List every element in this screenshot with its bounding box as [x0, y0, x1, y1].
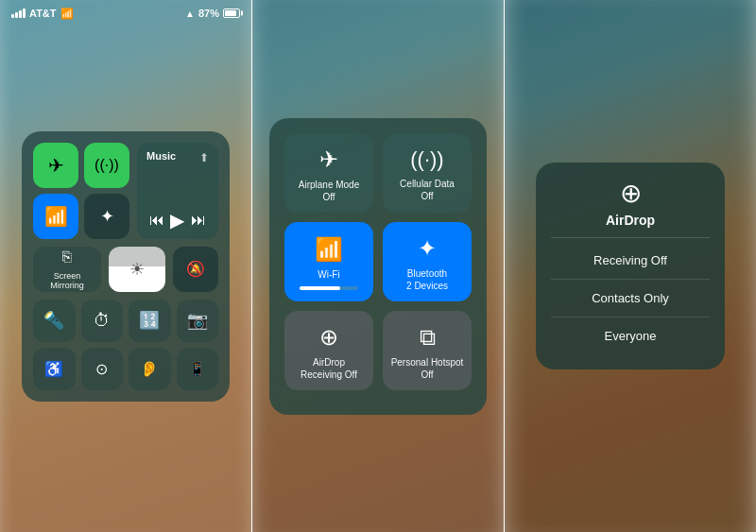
airdrop-menu-title: AirDrop	[606, 213, 655, 228]
prev-track-icon[interactable]: ⏮	[149, 212, 164, 229]
expanded-control-center: ✈ Airplane Mode Off ((·)) Cellular Data …	[269, 118, 487, 415]
wifi-icon-btn: 📶	[44, 205, 68, 228]
signal-bar-2	[15, 12, 18, 18]
next-track-icon[interactable]: ⏭	[191, 212, 206, 229]
hotspot-toggle-label: Personal Hotspot Off	[391, 356, 464, 381]
divider-1	[251, 0, 252, 532]
calculator-button[interactable]: 🔢	[129, 300, 171, 342]
airdrop-receiving-off-label: Receiving Off	[593, 253, 667, 267]
wifi-bar-fill	[300, 286, 341, 290]
cellular-button[interactable]: ((·))	[84, 143, 129, 188]
control-center-card: ✈ ((·)) 📶 ✦ Music ⬆ ⏮ ▶	[22, 131, 230, 402]
airdrop-option-receiving-off[interactable]: Receiving Off	[551, 242, 710, 280]
airdrop-contacts-only-label: Contacts Only	[592, 291, 669, 305]
signal-bar-1	[11, 14, 14, 18]
cc2-row2: 📶 Wi-Fi ✦ Bluetooth 2 Devices	[284, 222, 472, 301]
airdrop-everyone-label: Everyone	[605, 329, 657, 343]
wifi-button[interactable]: 📶	[33, 194, 78, 239]
dnd-icon: ⊙	[95, 360, 108, 378]
airdrop-icon-p2: ⊕	[319, 324, 338, 351]
timer-button[interactable]: ⏱	[81, 300, 124, 342]
cellular-icon: ((·))	[94, 157, 119, 174]
screen-mirror-icon: ⎘	[62, 249, 72, 266]
bluetooth-toggle[interactable]: ✦ Bluetooth 2 Devices	[383, 222, 472, 301]
airdrop-toggle-label: AirDrop Receiving Off	[301, 356, 357, 381]
screen-mirror-label: ScreenMirroring	[50, 271, 84, 290]
location-icon: ▲	[185, 9, 195, 19]
bluetooth-toggle-label: Bluetooth 2 Devices	[406, 267, 448, 292]
mute-icon: 🔕	[186, 260, 205, 278]
accessibility-icon: ♿	[44, 360, 63, 378]
wifi-toggle-label: Wi-Fi	[318, 268, 339, 281]
airplay-icon: ⬆	[199, 151, 209, 164]
calculator-icon: 🔢	[139, 310, 160, 331]
timer-icon: ⏱	[94, 311, 111, 331]
music-controls: ⏮ ▶ ⏭	[146, 209, 209, 232]
flashlight-icon: 🔦	[43, 310, 64, 331]
camera-button[interactable]: 📷	[177, 300, 219, 342]
airdrop-toggle[interactable]: ⊕ AirDrop Receiving Off	[284, 311, 373, 390]
hotspot-icon: ⧉	[420, 324, 436, 351]
battery-fill	[225, 10, 236, 16]
airplane-icon: ✈	[48, 154, 64, 177]
cellular-data-icon: ((·))	[410, 147, 443, 172]
status-bar: AT&T 📶 ▲ 87%	[0, 0, 251, 26]
cc2-row1: ✈ Airplane Mode Off ((·)) Cellular Data …	[284, 133, 472, 213]
bluetooth-button[interactable]: ✦	[84, 194, 129, 239]
battery-percentage: 87%	[198, 8, 219, 19]
airdrop-menu-icon: ⊕	[620, 178, 642, 209]
wifi-toggle[interactable]: 📶 Wi-Fi	[284, 222, 373, 301]
cellular-data-toggle[interactable]: ((·)) Cellular Data Off	[383, 133, 472, 213]
hotspot-toggle[interactable]: ⧉ Personal Hotspot Off	[383, 311, 472, 390]
cc-middle-row: ⎘ ScreenMirroring ☀ 🔕	[33, 247, 218, 292]
cc2-row3: ⊕ AirDrop Receiving Off ⧉ Personal Hotsp…	[284, 311, 472, 390]
panel-1: AT&T 📶 ▲ 87% ✈ ((·)) 📶	[0, 0, 251, 532]
status-right: ▲ 87%	[185, 8, 240, 19]
hearing-button[interactable]: 👂	[129, 348, 171, 390]
camera-icon: 📷	[187, 310, 208, 331]
status-left: AT&T 📶	[11, 8, 74, 20]
airplane-mode-icon: ✈	[319, 146, 338, 173]
cc-connectivity-buttons: ✈ ((·)) 📶 ✦	[33, 143, 129, 239]
cellular-data-label: Cellular Data Off	[400, 178, 455, 202]
signal-bar-4	[23, 9, 26, 18]
accessibility-button[interactable]: ♿	[33, 348, 76, 390]
airdrop-option-contacts-only[interactable]: Contacts Only	[551, 280, 710, 317]
panel-3: ⊕ AirDrop Receiving Off Contacts Only Ev…	[505, 0, 756, 532]
airplane-mode-button[interactable]: ✈	[33, 143, 78, 188]
cc-top-grid: ✈ ((·)) 📶 ✦ Music ⬆ ⏮ ▶	[33, 143, 218, 239]
do-not-disturb-button[interactable]: ⊙	[81, 348, 124, 390]
mute-button[interactable]: 🔕	[173, 247, 218, 292]
wifi-icon: 📶	[60, 8, 74, 20]
bluetooth-toggle-icon: ✦	[418, 235, 437, 262]
airdrop-header: ⊕ AirDrop	[551, 178, 710, 238]
tv-remote-button[interactable]: 📱	[177, 348, 219, 390]
panel-2: ✈ Airplane Mode Off ((·)) Cellular Data …	[252, 0, 504, 532]
flashlight-button[interactable]: 🔦	[33, 300, 76, 342]
airdrop-option-everyone[interactable]: Everyone	[551, 317, 710, 354]
screen-mirroring-button[interactable]: ⎘ ScreenMirroring	[33, 247, 101, 292]
signal-bars	[11, 9, 26, 18]
signal-bar-3	[19, 10, 22, 18]
remote-icon: 📱	[189, 361, 205, 376]
wifi-toggle-icon: 📶	[315, 236, 343, 263]
airplane-mode-label: Airplane Mode Off	[299, 179, 359, 203]
ear-icon: 👂	[140, 360, 159, 378]
airplane-mode-toggle[interactable]: ✈ Airplane Mode Off	[284, 133, 373, 213]
carrier-label: AT&T	[29, 8, 57, 19]
cc-bottom-grid: 🔦 ⏱ 🔢 📷 ♿ ⊙ 👂 📱	[33, 300, 218, 390]
music-player: Music ⬆ ⏮ ▶ ⏭	[137, 143, 218, 239]
brightness-icon: ☀	[129, 259, 145, 280]
brightness-slider[interactable]: ☀	[109, 247, 165, 292]
battery-tip	[241, 11, 243, 16]
battery-icon	[223, 9, 240, 18]
play-button[interactable]: ▶	[170, 209, 184, 232]
airdrop-menu: ⊕ AirDrop Receiving Off Contacts Only Ev…	[536, 163, 725, 369]
divider-2	[504, 0, 505, 532]
music-title: Music	[146, 150, 176, 162]
bluetooth-icon: ✦	[100, 206, 114, 227]
